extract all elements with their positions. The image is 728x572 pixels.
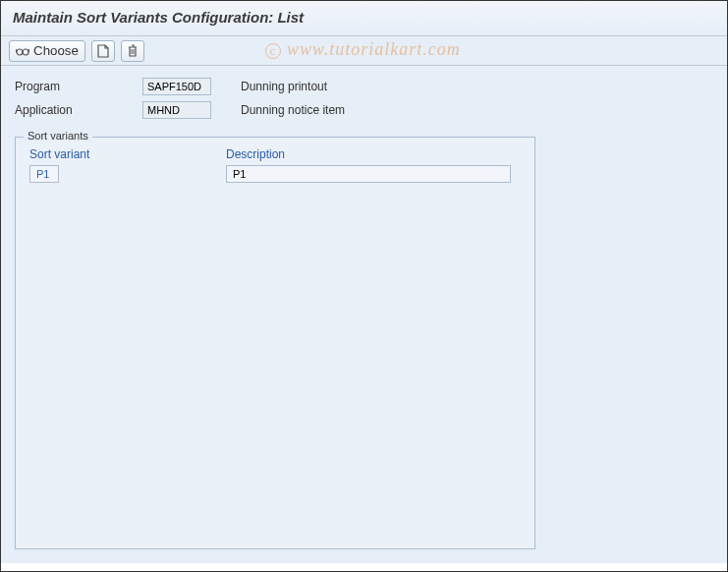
- col-header-description: Description: [226, 147, 521, 161]
- program-field[interactable]: [142, 78, 211, 95]
- description-field[interactable]: [226, 165, 511, 183]
- program-label: Program: [15, 80, 142, 93]
- sort-variants-panel: Sort variants Sort variant Description: [15, 137, 535, 549]
- delete-button[interactable]: [121, 40, 144, 62]
- svg-point-0: [17, 49, 23, 55]
- toolbar: Choose: [1, 36, 727, 66]
- info-area: Program Dunning printout Application Dun…: [1, 66, 727, 137]
- application-desc: Dunning notice item: [241, 103, 345, 117]
- application-label: Application: [15, 103, 142, 117]
- choose-button[interactable]: Choose: [9, 40, 85, 62]
- new-page-icon: [97, 44, 109, 58]
- table-row: [16, 163, 534, 185]
- choose-button-label: Choose: [33, 43, 79, 58]
- glasses-icon: [16, 45, 29, 57]
- trash-icon: [127, 44, 139, 58]
- svg-point-1: [23, 49, 28, 55]
- create-button[interactable]: [91, 40, 115, 62]
- title-bar: Maintain Sort Variants Configuration: Li…: [1, 1, 727, 36]
- program-desc: Dunning printout: [241, 80, 327, 93]
- sort-variant-link[interactable]: [29, 165, 59, 183]
- panel-title: Sort variants: [24, 130, 92, 142]
- col-header-variant: Sort variant: [29, 147, 226, 161]
- page-title: Maintain Sort Variants Configuration: Li…: [13, 9, 715, 26]
- application-field[interactable]: [142, 101, 211, 119]
